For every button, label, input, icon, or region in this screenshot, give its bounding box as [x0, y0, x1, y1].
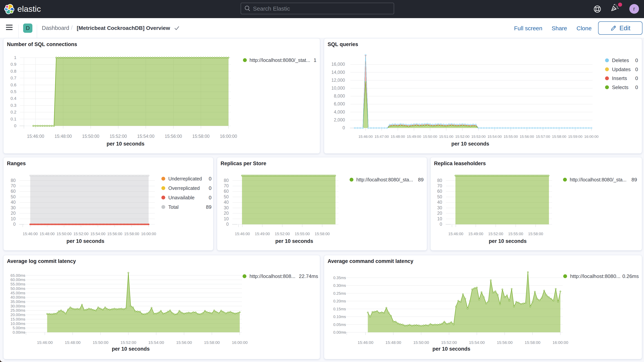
svg-text:30: 30: [10, 205, 16, 210]
svg-text:50: 50: [437, 194, 442, 199]
svg-text:0: 0: [226, 222, 229, 227]
svg-text:SQL queries: SQL queries: [328, 42, 358, 47]
svg-text:45.00ms: 45.00ms: [10, 291, 25, 295]
svg-text:14,000: 14,000: [332, 70, 345, 75]
svg-text:15:58:00: 15:58:00: [315, 232, 330, 236]
svg-text:15:54:00: 15:54:00: [137, 134, 154, 139]
svg-text:Inserts: Inserts: [612, 75, 627, 81]
svg-text:60: 60: [224, 189, 229, 194]
svg-text:Ranges: Ranges: [7, 160, 26, 166]
svg-text:15:49:00: 15:49:00: [468, 232, 484, 236]
svg-text:15:46:00: 15:46:00: [358, 340, 374, 345]
svg-text:15:56:00: 15:56:00: [107, 232, 122, 236]
svg-text:15:58:00: 15:58:00: [525, 340, 540, 345]
svg-text:per 10 seconds: per 10 seconds: [452, 141, 489, 147]
svg-text:15:58:00: 15:58:00: [204, 340, 220, 345]
svg-text:60: 60: [10, 189, 16, 194]
svg-text:15:48:00: 15:48:00: [391, 134, 405, 138]
svg-text:2,000: 2,000: [334, 118, 345, 122]
svg-text:0.3: 0.3: [10, 103, 16, 108]
svg-text:Deletes: Deletes: [612, 58, 629, 63]
svg-text:http://localhost:808...: http://localhost:808...: [250, 273, 296, 279]
svg-text:15:48:00: 15:48:00: [65, 340, 80, 345]
svg-text:70: 70: [224, 183, 229, 188]
svg-text:15:52:00: 15:52:00: [275, 232, 290, 236]
svg-text:0: 0: [209, 195, 212, 200]
svg-text:30: 30: [437, 205, 442, 210]
svg-text:30: 30: [224, 205, 229, 210]
svg-text:15.00ms: 15.00ms: [10, 317, 25, 321]
svg-text:0.8: 0.8: [10, 69, 16, 74]
svg-text:0.6: 0.6: [10, 82, 16, 87]
svg-text:0.35ms: 0.35ms: [333, 276, 346, 280]
svg-text:15:54:00: 15:54:00: [469, 340, 485, 345]
svg-text:0: 0: [440, 222, 442, 227]
svg-text:80: 80: [10, 178, 16, 183]
svg-text:15:52:00: 15:52:00: [455, 134, 470, 138]
svg-text:15:56:00: 15:56:00: [176, 340, 192, 345]
svg-text:15:48:00: 15:48:00: [54, 134, 72, 139]
svg-text:per 10 seconds: per 10 seconds: [275, 238, 313, 244]
svg-text:0.00ms: 0.00ms: [333, 330, 346, 334]
svg-text:10: 10: [437, 216, 442, 221]
svg-text:15:48:00: 15:48:00: [40, 232, 55, 236]
svg-text:Overreplicated: Overreplicated: [168, 185, 200, 191]
svg-text:16:00:00: 16:00:00: [584, 134, 598, 138]
svg-text:10,000: 10,000: [332, 86, 345, 90]
svg-text:50: 50: [10, 194, 16, 199]
svg-text:65.00ms: 65.00ms: [10, 273, 25, 278]
svg-text:0: 0: [635, 66, 638, 72]
svg-text:15:47:00: 15:47:00: [375, 134, 389, 138]
svg-text:20.00ms: 20.00ms: [10, 313, 25, 317]
svg-text:0.20ms: 0.20ms: [333, 299, 346, 303]
svg-text:15:49:00: 15:49:00: [255, 232, 270, 236]
svg-text:Number of SQL connections: Number of SQL connections: [7, 42, 77, 47]
svg-text:15:50:00: 15:50:00: [56, 232, 72, 236]
svg-text:15:52:00: 15:52:00: [441, 340, 457, 345]
svg-text:0.9: 0.9: [10, 62, 16, 67]
svg-text:70: 70: [437, 183, 442, 188]
svg-text:http://localhost:8080/_sta...: http://localhost:8080/_sta...: [570, 177, 626, 182]
svg-text:15:57:00: 15:57:00: [536, 134, 550, 138]
svg-text:40: 40: [10, 200, 16, 205]
svg-text:55.00ms: 55.00ms: [10, 282, 25, 286]
svg-text:0.30ms: 0.30ms: [333, 283, 346, 288]
svg-text:Replica leaseholders: Replica leaseholders: [434, 160, 486, 166]
svg-text:40: 40: [437, 200, 442, 205]
svg-text:5.00ms: 5.00ms: [12, 326, 25, 330]
svg-text:6,000: 6,000: [334, 102, 345, 106]
svg-text:16,000: 16,000: [332, 62, 345, 67]
svg-text:15:50:00: 15:50:00: [423, 134, 437, 138]
svg-text:8,000: 8,000: [334, 94, 345, 98]
svg-text:15:46:00: 15:46:00: [448, 232, 463, 236]
svg-text:http://localhost:8080/_stat...: http://localhost:8080/_stat...: [250, 57, 310, 63]
svg-text:15:59:00: 15:59:00: [568, 134, 582, 138]
svg-text:15:50:00: 15:50:00: [82, 134, 100, 139]
svg-text:0.7: 0.7: [10, 76, 16, 80]
svg-text:15:53:00: 15:53:00: [472, 134, 486, 138]
svg-text:15:50:00: 15:50:00: [92, 340, 108, 345]
svg-text:35.00ms: 35.00ms: [10, 300, 25, 304]
svg-text:10: 10: [10, 216, 16, 221]
svg-text:0.00ms: 0.00ms: [12, 330, 25, 334]
svg-text:40: 40: [224, 200, 229, 205]
svg-text:80: 80: [224, 178, 229, 183]
svg-text:15:54:00: 15:54:00: [488, 134, 502, 138]
svg-text:0.1: 0.1: [10, 116, 16, 122]
svg-text:15:46:00: 15:46:00: [358, 134, 373, 138]
svg-text:10.00ms: 10.00ms: [10, 322, 25, 326]
svg-text:15:50:00: 15:50:00: [413, 340, 429, 345]
svg-text:0: 0: [209, 185, 212, 191]
svg-text:15:52:00: 15:52:00: [488, 232, 503, 236]
svg-text:15:58:00: 15:58:00: [124, 232, 139, 236]
svg-text:16:00:00: 16:00:00: [232, 340, 248, 345]
svg-text:http://localhost:8080/_sta...: http://localhost:8080/_sta...: [356, 177, 413, 182]
svg-text:Updates: Updates: [612, 66, 631, 72]
svg-text:15:49:00: 15:49:00: [407, 134, 421, 138]
svg-text:http://localhost:8080...: http://localhost:8080...: [570, 273, 620, 279]
svg-text:15:52:00: 15:52:00: [120, 340, 136, 345]
svg-text:0.26ms: 0.26ms: [622, 273, 639, 279]
svg-text:15:55:00: 15:55:00: [508, 232, 523, 236]
svg-text:0.4: 0.4: [10, 96, 16, 101]
svg-text:4,000: 4,000: [334, 110, 345, 114]
